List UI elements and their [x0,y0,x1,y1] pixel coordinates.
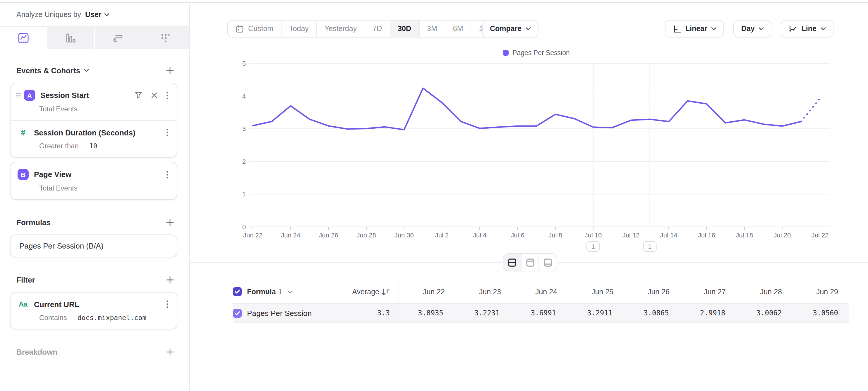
remove-event-icon[interactable] [150,91,159,100]
chevron-down-icon [104,13,110,17]
date-column-header: Jun 29 [793,287,849,296]
tab-metrics-grid[interactable] [142,27,189,49]
range-30d[interactable]: 30D [390,21,419,37]
event-b-title[interactable]: Page View [34,170,71,179]
y-tick-label: 0 [242,223,246,231]
drag-handle-icon[interactable] [16,93,21,98]
formula-card[interactable]: Pages Per Session (B/A) [10,234,177,257]
metric-operator[interactable]: Greater than [39,142,79,150]
series-group-label[interactable]: Formula1 [247,287,282,296]
filter-header: Filter [10,272,177,288]
annotation-marker-label: 1 [591,243,595,250]
x-tick-label: Jul 8 [549,231,562,239]
interval-label: Day [741,25,755,33]
range-today[interactable]: Today [281,21,316,37]
add-filter-button[interactable] [165,275,175,285]
analyze-by-select[interactable]: User [85,10,110,19]
check-icon [235,289,240,294]
event-a-block[interactable]: A Session Start [10,83,177,120]
range-6m[interactable]: 6M [445,21,471,37]
chevron-down-icon [820,27,826,30]
string-property-icon: Aa [18,300,29,308]
interval-button[interactable]: Day [734,20,772,37]
date-column-header: Jun 23 [455,287,512,296]
x-tick-label: Jun 24 [281,231,300,239]
date-column-header: Jun 26 [624,287,680,296]
insights-report: Analyze Uniques by User [0,0,868,391]
formulas-title: Formulas [17,218,51,227]
metric-block[interactable]: # Session Duration (Seconds) Greater tha… [10,120,177,157]
line-chart-svg[interactable]: 01234511Jun 22Jun 24Jun 26Jun 28Jun 30Ju… [229,59,843,261]
table-row[interactable]: Pages Per Session 3.3 3.09353.22313.6991… [233,303,849,323]
metric-value[interactable]: 10 [89,142,97,150]
kebab-menu-icon[interactable] [165,169,170,180]
tab-bar-chart[interactable] [47,27,94,49]
kebab-menu-icon[interactable] [165,299,170,309]
row-series-name: Pages Per Session [247,309,312,317]
results-table: Formula1 Average Jun 22Jun 23Jun 24Jun 2… [233,280,849,323]
line-chart-tab-icon [18,32,29,44]
range-7d[interactable]: 7D [364,21,390,37]
table-date-values: 3.09353.22313.69913.29113.08652.99183.00… [397,309,849,317]
average-header[interactable]: Average [330,287,379,296]
chart-type-button[interactable]: Line [781,20,834,37]
x-tick-label: Jul 10 [584,231,602,239]
compare-label: Compare [490,25,522,33]
chart-type-label: Line [802,25,816,33]
event-a-title[interactable]: Session Start [40,91,89,100]
scale-label: Linear [685,25,707,33]
filter-operator[interactable]: Contains [39,314,67,322]
event-b-block[interactable]: B Page View Total Events [10,162,177,199]
table-header-row: Formula1 Average Jun 22Jun 23Jun 24Jun 2… [233,280,849,303]
date-column-header: Jun 22 [399,287,455,296]
linear-axis-icon [673,24,681,33]
x-tick-label: Jul 18 [736,231,753,239]
filter-icon[interactable] [133,90,144,100]
filter-block[interactable]: Aa Current URL Contains docs.mixpanel.co… [10,292,177,329]
bar-chart-tab-icon [65,32,77,44]
tab-line-chart[interactable] [0,27,47,49]
sort-descending-icon[interactable] [381,287,392,296]
compare-button[interactable]: Compare [482,20,538,37]
events-cohorts-header: Events & Cohorts [10,62,177,79]
kebab-menu-icon[interactable] [165,127,170,138]
date-column-header: Jun 27 [680,287,736,296]
x-tick-label: Jul 12 [622,231,640,239]
metric-title[interactable]: Session Duration (Seconds) [34,128,135,137]
date-cell-value: 3.2911 [566,309,623,317]
layout-chart-view[interactable] [521,254,538,271]
kebab-menu-icon[interactable] [165,90,170,101]
chart-controls: Linear Day Line [665,20,834,37]
layout-split-view[interactable] [503,254,521,271]
row-checkbox[interactable] [233,309,242,317]
line-chart[interactable]: 01234511Jun 22Jun 24Jun 26Jun 28Jun 30Ju… [229,59,843,261]
layout-table-view[interactable] [539,254,557,271]
filter-property-title[interactable]: Current URL [34,300,79,309]
tab-flow[interactable] [94,27,142,49]
chevron-down-icon [526,27,531,30]
range-yesterday[interactable]: Yesterday [316,21,364,37]
add-event-button[interactable] [165,65,175,75]
event-a-measure[interactable]: Total Events [39,105,78,113]
formulas-header: Formulas [10,214,177,230]
select-all-checkbox[interactable] [233,287,242,296]
add-formula-button[interactable] [165,217,175,227]
filter-value[interactable]: docs.mixpanel.com [78,314,146,322]
chevron-down-icon [711,27,717,30]
legend-swatch [502,50,508,56]
row-average-value: 3.3 [330,309,390,317]
date-cell-value: 3.0865 [623,309,680,317]
add-breakdown-button[interactable] [165,347,175,357]
range-3m[interactable]: 3M [419,21,445,37]
breakdown-title: Breakdown [17,347,57,356]
range-custom[interactable]: Custom [228,21,281,37]
x-tick-label: Jun 22 [243,231,262,239]
event-b-measure[interactable]: Total Events [39,184,78,192]
date-column-header: Jun 28 [736,287,793,296]
scale-button[interactable]: Linear [665,20,724,37]
formula-header-label: Formula [247,287,276,296]
chart-legend[interactable]: Pages Per Session [229,49,843,56]
chevron-down-icon[interactable] [288,290,293,294]
chevron-down-icon[interactable] [84,68,89,72]
calendar-icon [235,24,244,33]
